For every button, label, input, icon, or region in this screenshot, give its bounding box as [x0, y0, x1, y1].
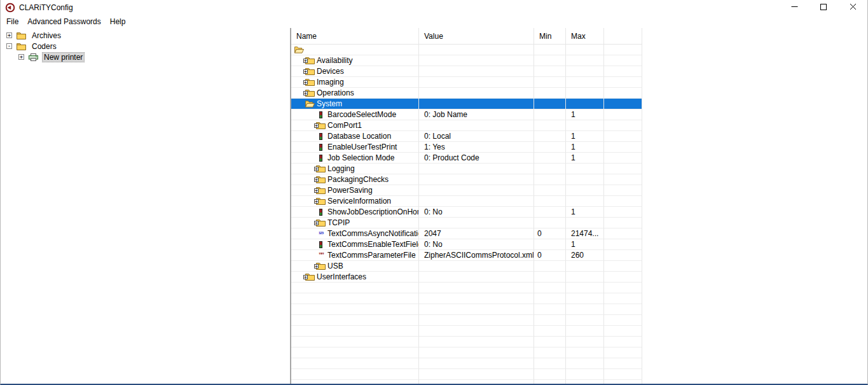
cell-value	[419, 185, 534, 196]
close-button[interactable]	[838, 0, 867, 15]
grid-row-database-location[interactable]: Database Location0: Local1	[291, 131, 867, 142]
cell-name: +Imaging	[291, 77, 419, 88]
cell-extra	[604, 207, 642, 218]
cell-name	[291, 45, 419, 55]
plus-folder-icon: +	[316, 122, 326, 130]
grid-row-operations[interactable]: +Operations	[291, 88, 867, 99]
column-header-max[interactable]: Max	[566, 28, 604, 45]
grid-row-usb[interactable]: +USB	[291, 261, 867, 272]
grid-empty-row	[291, 293, 867, 304]
cell-min	[534, 207, 566, 218]
cell-extra	[604, 120, 642, 131]
expand-toggle-icon[interactable]: +	[18, 54, 24, 60]
cell-empty	[419, 337, 534, 347]
parameter-name: UserInterfaces	[317, 272, 366, 281]
grid-row-devices[interactable]: +Devices	[291, 66, 867, 77]
column-header-name[interactable]: Name	[291, 28, 419, 45]
grid-row-availability[interactable]: +Availability	[291, 55, 867, 66]
cell-empty	[604, 304, 642, 315]
cell-empty	[566, 293, 604, 304]
cell-value: 1: Yes	[419, 142, 534, 153]
column-header-blank[interactable]	[604, 28, 642, 45]
cell-name: TextCommsEnableTextField...	[291, 239, 419, 250]
cell-value	[419, 66, 534, 77]
expand-badge-icon: +	[314, 167, 319, 171]
grid-row-textcommsparameterfile[interactable]: ””TextCommsParameterFileZipherASCIIComms…	[291, 250, 867, 261]
grid-row-job-selection-mode[interactable]: Job Selection Mode0: Product Code1	[291, 153, 867, 164]
cell-empty	[534, 337, 566, 347]
tree-item-new-printer[interactable]: +New printer	[1, 52, 290, 62]
grid-row-textcommsasyncnotificatio[interactable]: ¹²³TextCommsAsyncNotificatio...204702147…	[291, 228, 867, 239]
cell-empty	[604, 347, 642, 358]
minimize-button[interactable]	[780, 0, 809, 15]
cell-max	[566, 174, 604, 185]
cell-min	[534, 196, 566, 207]
grid-row-root[interactable]	[291, 45, 867, 55]
open-folder-icon	[294, 46, 304, 54]
cell-name: System	[291, 99, 419, 109]
cell-name: +PowerSaving	[291, 185, 419, 196]
cell-empty	[566, 315, 604, 326]
tree-item-coders[interactable]: -Coders	[1, 41, 290, 52]
column-header-value[interactable]: Value	[419, 28, 534, 45]
plus-folder-icon: +	[316, 176, 326, 184]
cell-empty	[419, 283, 534, 293]
grid-row-showjobdescriptiononhom[interactable]: ShowJobDescriptionOnHom...0: No1	[291, 207, 867, 218]
cell-value	[419, 77, 534, 88]
grid-empty-row	[291, 337, 867, 347]
cell-min	[534, 99, 566, 109]
grid-row-barcodeselectmode[interactable]: BarcodeSelectMode0: Job Name1	[291, 109, 867, 120]
maximize-button[interactable]	[809, 0, 838, 15]
enum-icon	[316, 241, 326, 249]
collapse-toggle-icon[interactable]: -	[6, 43, 12, 49]
parameter-name: Logging	[327, 164, 355, 173]
expand-toggle-icon[interactable]: +	[6, 32, 12, 38]
parameter-name: PackagingChecks	[327, 175, 389, 184]
grid-row-comport1[interactable]: +ComPort1	[291, 120, 867, 131]
grid-body: +Availability+Devices+Imaging+Operations…	[291, 45, 867, 384]
menu-item-file[interactable]: File	[2, 16, 23, 27]
minimize-icon	[791, 3, 798, 12]
grid-empty-row	[291, 315, 867, 326]
cell-empty	[419, 369, 534, 380]
grid-row-powersaving[interactable]: +PowerSaving	[291, 185, 867, 196]
cell-empty	[566, 358, 604, 369]
cell-name: +ComPort1	[291, 120, 419, 131]
expand-badge-icon: +	[314, 221, 319, 225]
column-header-min[interactable]: Min	[534, 28, 566, 45]
cell-value: 0: No	[419, 239, 534, 250]
grid-row-serviceinformation[interactable]: +ServiceInformation	[291, 196, 867, 207]
parameter-name: Operations	[317, 88, 354, 97]
tree-item-label: Archives	[30, 31, 63, 40]
cell-value: 0: Local	[419, 131, 534, 142]
closed-folder-icon	[17, 42, 26, 50]
cell-name: Job Selection Mode	[291, 153, 419, 164]
parameter-name: Database Location	[327, 132, 391, 141]
grid-empty-row	[291, 369, 867, 380]
grid-row-imaging[interactable]: +Imaging	[291, 77, 867, 88]
cell-value: 0: Job Name	[419, 109, 534, 120]
grid-row-system[interactable]: System	[291, 99, 867, 109]
grid-row-packagingchecks[interactable]: +PackagingChecks	[291, 174, 867, 185]
cell-empty	[534, 315, 566, 326]
cell-min	[534, 142, 566, 153]
cell-empty	[566, 369, 604, 380]
parameter-name: Availability	[317, 56, 352, 65]
grid-row-enableusertestprint[interactable]: EnableUserTestPrint1: Yes1	[291, 142, 867, 153]
grid-row-logging[interactable]: +Logging	[291, 164, 867, 174]
menu-item-help[interactable]: Help	[106, 16, 130, 27]
menu-item-advanced-passwords[interactable]: Advanced Passwords	[23, 16, 105, 27]
cell-empty	[419, 380, 534, 384]
cell-value	[419, 218, 534, 228]
grid-row-tcpip[interactable]: +TCPIP	[291, 218, 867, 228]
menu-bar: FileAdvanced PasswordsHelp	[1, 15, 867, 28]
grid-row-textcommsenabletextfield[interactable]: TextCommsEnableTextField...0: No1	[291, 239, 867, 250]
cell-empty	[566, 326, 604, 337]
cell-empty	[291, 347, 419, 358]
cell-empty	[419, 326, 534, 337]
cell-name: Database Location	[291, 131, 419, 142]
tree-item-archives[interactable]: +Archives	[1, 30, 290, 41]
grid-row-userinterfaces[interactable]: +UserInterfaces	[291, 272, 867, 283]
cell-empty	[534, 304, 566, 315]
cell-max: 1	[566, 131, 604, 142]
